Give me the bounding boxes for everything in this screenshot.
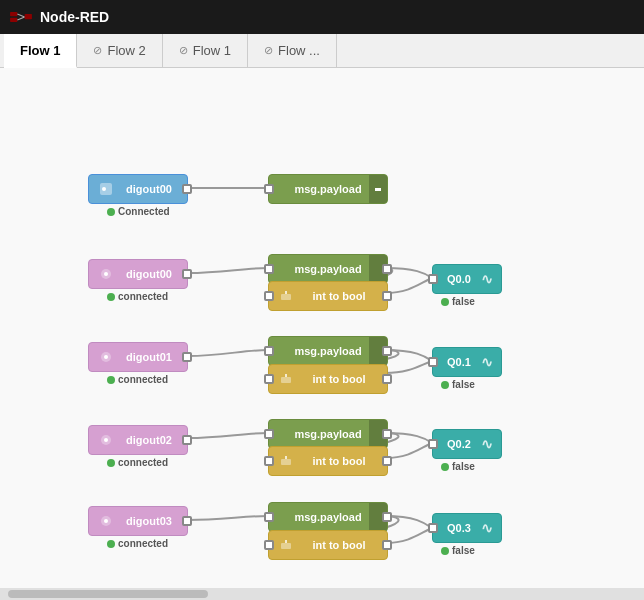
node-icon-inttobool-row1 [277,287,295,305]
node-label-q0-1: Q0.1 [441,356,477,368]
port-in-msgpayload-row3[interactable] [264,429,274,439]
status-dot-green [107,208,115,216]
tab-flow2[interactable]: ⊘ Flow 2 [77,34,162,67]
svg-point-16 [104,438,108,442]
wave-icon-q0-2: ∿ [481,436,493,452]
node-icon-digout00-pink [97,265,115,283]
port-dots [378,188,381,191]
port-out-msgpayload-row3[interactable] [382,429,392,439]
svg-line-3 [17,17,24,20]
node-label-digout03: digout03 [119,515,179,527]
app-logo [10,9,32,25]
node-inttobool-row2[interactable]: int to bool [268,364,388,394]
port-in-msgpayload-row2[interactable] [264,346,274,356]
port-out-digout00-blue[interactable] [182,184,192,194]
node-icon-inttobool-row3 [277,452,295,470]
svg-rect-4 [25,14,32,19]
titlebar: Node-RED [0,0,644,34]
status-q0-0: false [441,296,475,307]
svg-rect-0 [10,12,17,16]
status-q0-2: false [441,461,475,472]
port-in-inttobool-row3[interactable] [264,456,274,466]
status-dot-green [107,293,115,301]
port-in-inttobool-row4[interactable] [264,540,274,550]
port-out-inttobool-row4[interactable] [382,540,392,550]
svg-point-8 [104,272,108,276]
node-icon-digout03 [97,512,115,530]
svg-point-20 [104,519,108,523]
port-in-q0-2[interactable] [428,439,438,449]
port-in-msgpayload-row0[interactable] [264,184,274,194]
tab-flow-more[interactable]: ⊘ Flow ... [248,34,337,67]
node-msgpayload-row0[interactable]: msg.payload [268,174,388,204]
port-in-inttobool-row2[interactable] [264,374,274,384]
node-inttobool-row3[interactable]: int to bool [268,446,388,476]
svg-rect-17 [281,459,291,465]
node-label-msgpayload-row3: msg.payload [277,428,379,440]
port-out-digout00-pink[interactable] [182,269,192,279]
node-q0-1[interactable]: Q0.1 ∿ false [432,347,502,377]
tab-flow1[interactable]: Flow 1 [4,34,77,68]
port-in-q0-0[interactable] [428,274,438,284]
node-label-inttobool-row2: int to bool [299,373,379,385]
node-icon-digout00-blue [97,180,115,198]
port-out-inttobool-row2[interactable] [382,374,392,384]
port-out-msgpayload-row2[interactable] [382,346,392,356]
port-in-q0-1[interactable] [428,357,438,367]
node-digout03[interactable]: digout03 connected [88,506,188,536]
node-digout00-pink[interactable]: digout00 connected [88,259,188,289]
node-q0-0[interactable]: Q0.0 ∿ false [432,264,502,294]
scrollbar-thumb[interactable] [8,590,208,598]
node-label-digout00-pink: digout00 [119,268,179,280]
node-label-digout01: digout01 [119,351,179,363]
port-out-digout01[interactable] [182,352,192,362]
port-out-inttobool-row1[interactable] [382,291,392,301]
tab-flow1-label: Flow 1 [20,43,60,58]
node-digout01[interactable]: digout01 connected [88,342,188,372]
svg-rect-1 [10,18,17,22]
node-label-q0-0: Q0.0 [441,273,477,285]
node-icon-inttobool-row2 [277,370,295,388]
node-q0-2[interactable]: Q0.2 ∿ false [432,429,502,459]
node-label-inttobool-row3: int to bool [299,455,379,467]
port-in-q0-3[interactable] [428,523,438,533]
node-digout00-blue[interactable]: digout00 Connected [88,174,188,204]
tab-flow-alt[interactable]: ⊘ Flow 1 [163,34,248,67]
port-in-msgpayload-row4[interactable] [264,512,274,522]
node-msgpayload-row2[interactable]: msg.payload [268,336,388,366]
node-digout02[interactable]: digout02 connected [88,425,188,455]
scrollbar[interactable] [0,588,644,600]
node-label-inttobool-row4: int to bool [299,539,379,551]
port-in-msgpayload-row1[interactable] [264,264,274,274]
status-digout03: connected [107,538,168,549]
node-msgpayload-row1[interactable]: msg.payload [268,254,388,284]
port-out-top-msgpayload-row1[interactable] [382,264,392,274]
node-inttobool-row1[interactable]: int to bool [268,281,388,311]
status-dot-q0-3 [441,547,449,555]
node-msgpayload-row4[interactable]: msg.payload [268,502,388,532]
wave-icon-q0-0: ∿ [481,271,493,287]
status-dot-digout02 [107,459,115,467]
node-msgpayload-row3[interactable]: msg.payload [268,419,388,449]
node-icon-digout01 [97,348,115,366]
port-out-digout02[interactable] [182,435,192,445]
svg-rect-9 [281,294,291,300]
port-out-msgpayload-row4[interactable] [382,512,392,522]
status-digout00-blue: Connected [107,206,170,217]
node-label-q0-3: Q0.3 [441,522,477,534]
status-dot-q0-2 [441,463,449,471]
node-label-q0-2: Q0.2 [441,438,477,450]
port-in-inttobool-row1[interactable] [264,291,274,301]
flow-canvas[interactable]: digout00 Connected msg.payload digout00 … [0,68,644,600]
node-icon-inttobool-row4 [277,536,295,554]
port-out-inttobool-row3[interactable] [382,456,392,466]
wave-icon-q0-3: ∿ [481,520,493,536]
port-out-digout03[interactable] [182,516,192,526]
svg-line-2 [17,14,24,17]
tab-flow-more-label: Flow ... [278,43,320,58]
status-digout00-pink: connected [107,291,168,302]
node-inttobool-row4[interactable]: int to bool [268,530,388,560]
tab-bar: Flow 1 ⊘ Flow 2 ⊘ Flow 1 ⊘ Flow ... [0,34,644,68]
flow-alt-icon: ⊘ [179,44,188,57]
node-q0-3[interactable]: Q0.3 ∿ false [432,513,502,543]
